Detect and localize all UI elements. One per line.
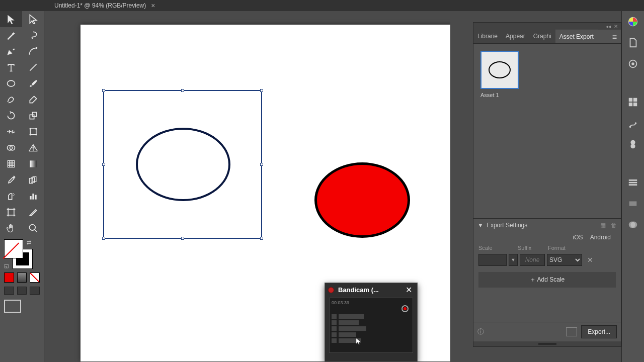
target-icon[interactable] (626, 57, 639, 70)
format-select[interactable]: SVG (547, 254, 582, 266)
brushes-icon[interactable] (626, 117, 639, 130)
close-icon[interactable]: × (151, 2, 155, 10)
hand-tool[interactable] (0, 220, 22, 236)
close-icon[interactable]: ✕ (404, 285, 414, 295)
perspective-grid-tool[interactable] (22, 140, 44, 156)
close-panel-icon[interactable]: ✕ (614, 24, 618, 29)
asset-name-label[interactable]: Asset 1 (480, 92, 614, 98)
gradient-tool[interactable] (22, 156, 44, 172)
lasso-tool[interactable] (22, 27, 44, 43)
svg-point-22 (30, 225, 36, 231)
asset-export-panel: ◂◂ ✕ Librarie Appear Graphi Asset Export… (473, 22, 621, 347)
bandicam-preview-popup[interactable]: Bandicam (... ✕ 00:03:39 (325, 283, 418, 362)
disclosure-icon[interactable]: ▼ (477, 222, 484, 229)
export-button[interactable]: Export... (581, 325, 617, 338)
gradient-panel-icon[interactable] (626, 197, 639, 210)
draw-normal[interactable] (4, 287, 14, 295)
swap-fill-stroke-icon[interactable]: ⇄ (27, 239, 31, 246)
eyedropper-tool[interactable] (0, 172, 22, 188)
add-scale-button[interactable]: ＋ Add Scale (478, 272, 616, 288)
selection-tool[interactable] (0, 11, 22, 27)
scale-tool[interactable] (22, 108, 44, 124)
free-transform-tool[interactable] (22, 124, 44, 140)
pen-tool[interactable] (0, 43, 22, 59)
tab-appearance[interactable]: Appear (502, 30, 529, 43)
gradient-swatch[interactable] (17, 273, 27, 283)
tab-libraries[interactable]: Librarie (473, 30, 502, 43)
platform-ios[interactable]: iOS (573, 234, 583, 241)
symbol-sprayer-tool[interactable] (0, 188, 22, 204)
svg-point-0 (8, 80, 15, 86)
svg-rect-28 (629, 103, 632, 106)
panel-menu-icon[interactable]: ≡ (608, 30, 621, 43)
tab-asset-export[interactable]: Asset Export (555, 30, 598, 43)
scale-dropdown[interactable]: ▼ (509, 254, 518, 266)
shaper-tool[interactable] (0, 92, 22, 108)
list-view-icon[interactable] (566, 327, 577, 336)
document-icon[interactable] (626, 36, 639, 49)
suffix-input[interactable] (520, 254, 545, 266)
zoom-tool[interactable] (22, 220, 44, 236)
eraser-tool[interactable] (22, 92, 44, 108)
tab-graphic-styles[interactable]: Graphi (529, 30, 555, 43)
platform-android[interactable]: Android (590, 234, 611, 241)
ellipse-outline-shape[interactable] (136, 128, 230, 201)
default-fill-stroke-icon[interactable]: ◱ (4, 263, 9, 268)
swatches-icon[interactable] (626, 96, 639, 109)
collapse-panel-icon[interactable]: ◂◂ (606, 24, 611, 29)
artboard-tool[interactable] (0, 204, 22, 220)
rotate-tool[interactable] (0, 108, 22, 124)
column-graph-tool[interactable] (22, 188, 44, 204)
color-wheel-icon[interactable] (626, 15, 639, 28)
right-icon-strip (621, 11, 644, 362)
col-scale: Scale (478, 245, 518, 251)
paintbrush-tool[interactable] (22, 75, 44, 92)
popup-title: Bandicam (... (338, 286, 399, 294)
direct-selection-tool[interactable] (22, 11, 44, 27)
remove-row-icon[interactable]: ✕ (584, 256, 596, 264)
trash-icon[interactable]: 🗑 (611, 222, 617, 229)
col-suffix: Suffix (518, 245, 548, 251)
color-swatch[interactable] (4, 273, 14, 283)
shape-builder-tool[interactable] (0, 140, 22, 156)
ellipse-red-shape[interactable] (314, 162, 410, 238)
none-swatch[interactable] (30, 273, 40, 283)
grid-icon[interactable]: ▦ (600, 222, 606, 229)
svg-rect-32 (629, 201, 637, 206)
export-scale-row: ▼ SVG ✕ (473, 252, 621, 268)
fill-color[interactable] (4, 239, 23, 258)
svg-point-30 (629, 126, 631, 128)
popup-thumbnail[interactable]: 00:03:39 (329, 298, 413, 353)
asset-list[interactable]: Asset 1 (473, 44, 621, 105)
document-tab-bar: Untitled-1* @ 94% (RGB/Preview) × (0, 0, 644, 11)
curvature-tool[interactable] (22, 43, 44, 59)
scale-input[interactable] (478, 254, 507, 266)
info-icon[interactable]: ⓘ (477, 327, 484, 336)
mesh-tool[interactable] (0, 156, 22, 172)
draw-behind[interactable] (17, 287, 27, 295)
magic-wand-tool[interactable] (0, 27, 22, 43)
asset-thumbnail[interactable] (480, 51, 519, 89)
panel-resize-handle[interactable] (473, 341, 621, 346)
draw-inside[interactable] (30, 287, 40, 295)
svg-point-17 (13, 195, 14, 196)
symbols-icon[interactable] (626, 138, 639, 151)
svg-point-7 (35, 134, 37, 135)
width-tool[interactable] (0, 124, 22, 140)
svg-point-4 (30, 128, 31, 130)
type-tool[interactable] (0, 59, 22, 75)
transparency-icon[interactable] (626, 218, 639, 231)
ellipse-tool[interactable] (0, 75, 22, 92)
line-tool[interactable] (22, 59, 44, 75)
blend-tool[interactable] (22, 172, 44, 188)
svg-rect-3 (30, 129, 36, 135)
slice-tool[interactable] (22, 204, 44, 220)
svg-rect-19 (32, 194, 34, 200)
fill-stroke-control[interactable]: ⇄ ◱ (0, 236, 44, 270)
stroke-icon[interactable] (626, 176, 639, 189)
svg-rect-29 (633, 103, 637, 106)
screen-mode[interactable] (4, 300, 21, 313)
document-tab[interactable]: Untitled-1* @ 94% (RGB/Preview) × (50, 0, 159, 11)
svg-rect-18 (30, 196, 31, 200)
svg-point-34 (630, 222, 637, 228)
